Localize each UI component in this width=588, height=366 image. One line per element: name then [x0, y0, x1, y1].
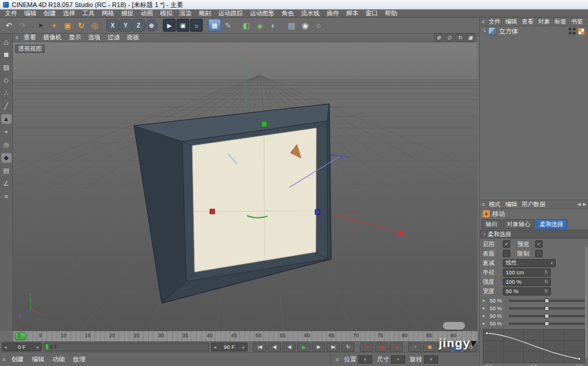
menu-item[interactable]: 脚本	[343, 9, 362, 18]
collapse-arrow-icon[interactable]: ▸	[483, 298, 487, 303]
attribute-menu-item[interactable]: 用户数据	[519, 200, 547, 209]
object-manager-menu-item[interactable]: 查看	[519, 18, 536, 26]
camera-icon[interactable]: ◉	[299, 19, 312, 32]
menu-item[interactable]: 工具	[79, 9, 98, 18]
render-picture-viewer-icon[interactable]: ▣	[176, 19, 189, 32]
object-manager-menu-item[interactable]: 书签	[569, 18, 585, 26]
menu-item[interactable]: 模拟	[156, 9, 176, 18]
environment-icon[interactable]: ▤	[285, 19, 298, 32]
coordinate-system-icon[interactable]: ⊕	[145, 19, 158, 32]
collapse-arrow-icon[interactable]: ▸	[483, 321, 487, 326]
panel-grip-icon[interactable]: ≡	[482, 19, 485, 25]
menu-item[interactable]: 窗口	[362, 9, 382, 18]
enable-axis-icon[interactable]: +	[1, 126, 12, 137]
deformer-icon[interactable]: ◐	[267, 19, 280, 32]
surface-checkbox[interactable]	[503, 250, 510, 257]
frame-decrement-icon[interactable]: ◀	[4, 345, 7, 349]
array-generator-icon[interactable]: ◈	[253, 19, 266, 32]
z-axis-lock-icon[interactable]: Z	[132, 19, 145, 32]
object-row-cube[interactable]: └ 立方体	[480, 26, 588, 36]
subdivision-surface-icon[interactable]: ◧	[240, 19, 253, 32]
autokey-button[interactable]: ◉	[375, 343, 388, 352]
collapse-arrow-icon[interactable]: ▸	[483, 313, 487, 318]
menu-item[interactable]: 网格	[98, 9, 118, 18]
y-axis-lock-icon[interactable]: Y	[119, 19, 132, 32]
mini-slider-thumb[interactable]	[544, 314, 549, 318]
move-tool-icon[interactable]: +	[48, 19, 61, 32]
texture-mode-icon[interactable]: ▨	[1, 62, 12, 72]
z-axis-handle[interactable]	[315, 210, 320, 214]
history-forward-icon[interactable]: ▶	[583, 202, 586, 207]
record-settings-button[interactable]: ●	[389, 343, 403, 352]
viewport-scene[interactable]: 透视视图	[13, 42, 477, 331]
menu-item[interactable]: 流水线	[298, 9, 323, 18]
editor-visibility-dot[interactable]	[569, 28, 572, 31]
polygons-mode-icon[interactable]: ▲	[1, 113, 12, 124]
mini-slider[interactable]	[509, 323, 585, 325]
panel-grip-icon[interactable]: ≡	[482, 202, 485, 207]
quantize-icon[interactable]: ∠	[1, 178, 12, 189]
zoom-view-icon[interactable]: ⊙	[445, 33, 454, 42]
coordinate-dropdown[interactable]: ▾	[391, 355, 405, 364]
viewport-menu-item[interactable]: 过滤	[104, 33, 123, 42]
points-mode-icon[interactable]: ∴	[1, 88, 12, 98]
curve-point-end[interactable]	[578, 358, 580, 360]
tab-soft-selection[interactable]: 柔和选择	[536, 219, 567, 229]
modeling-settings-icon[interactable]: ≡	[1, 191, 12, 202]
object-manager-body[interactable]	[480, 36, 588, 200]
spinner-icon[interactable]: ⇅	[544, 279, 548, 284]
cube-object-icon[interactable]	[488, 27, 496, 35]
viewport-menu-item[interactable]: 面板	[123, 33, 143, 42]
viewport-label[interactable]: 透视视图	[15, 45, 45, 53]
object-manager-menu-item[interactable]: 对象	[536, 18, 552, 26]
strength-field[interactable]: 100 % ⇅	[503, 278, 551, 286]
menu-item[interactable]: 编辑	[21, 9, 40, 18]
menu-item[interactable]: 动画	[137, 9, 156, 18]
material-menu-item[interactable]: 纹理	[69, 355, 89, 364]
x-axis-lock-icon[interactable]: X	[106, 19, 119, 32]
viewport-menu-item[interactable]: 查看	[20, 33, 39, 42]
menu-item[interactable]: 运动图形	[246, 9, 278, 18]
collapse-arrow-icon[interactable]: ▸	[483, 305, 487, 311]
falloff-dropdown[interactable]: 线性 ▾	[503, 259, 556, 267]
next-frame-button[interactable]: ▶	[312, 343, 325, 352]
menu-item[interactable]: 运动跟踪	[215, 9, 246, 18]
make-editable-icon[interactable]: △	[1, 36, 12, 46]
spinner-icon[interactable]: ⇅	[544, 270, 548, 275]
play-button[interactable]: ▶	[297, 343, 310, 352]
menu-item[interactable]: 捕捉	[118, 9, 137, 18]
panel-grip-icon[interactable]: ≡	[336, 357, 339, 362]
viewport-solo-icon[interactable]: ◎	[1, 139, 12, 150]
attribute-scrollbar[interactable]	[585, 247, 587, 358]
enable-checkbox[interactable]: ✓	[503, 240, 510, 248]
next-key-button[interactable]: ▶|	[326, 343, 340, 352]
mini-slider[interactable]	[509, 300, 585, 302]
enable-snap-icon[interactable]: ◆	[1, 152, 12, 163]
end-frame-field[interactable]: ◀ 90 F ▶	[211, 343, 248, 351]
menu-item[interactable]: 插件	[323, 9, 343, 18]
viewport-menu-item[interactable]: 显示	[65, 33, 85, 42]
menu-item[interactable]: 角色	[278, 9, 298, 18]
attribute-menu-item[interactable]: 模式	[486, 200, 503, 209]
menu-item[interactable]: 帮助	[382, 9, 401, 18]
width-field[interactable]: 50 % ⇅	[503, 287, 551, 296]
toggle-view-icon[interactable]: ▣	[466, 33, 475, 42]
timeline-slider[interactable]: 0 F	[44, 343, 209, 351]
object-manager-menu-item[interactable]: 编辑	[503, 18, 519, 26]
radius-field[interactable]: 100 cm ⇅	[503, 268, 551, 277]
material-menu-item[interactable]: 功能	[48, 355, 69, 364]
last-tool-icon[interactable]: ◎	[88, 19, 101, 32]
menu-item[interactable]: 文件	[1, 9, 21, 18]
prev-frame-button[interactable]: ◀	[282, 343, 296, 352]
menu-item[interactable]: 选择	[59, 9, 79, 18]
orbit-view-icon[interactable]: ↻	[455, 33, 465, 42]
object-name[interactable]: 立方体	[499, 27, 518, 36]
editor-visibility-dot[interactable]	[569, 32, 572, 35]
attribute-menu-item[interactable]: 编辑	[503, 200, 519, 209]
uvw-tag-icon[interactable]	[578, 28, 584, 35]
render-visibility-dot[interactable]	[573, 32, 576, 35]
menu-item[interactable]: 雕刻	[195, 9, 215, 18]
material-menu-item[interactable]: 创建	[7, 355, 28, 364]
menu-item[interactable]: 创建	[40, 9, 59, 18]
render-visibility-dot[interactable]	[573, 28, 576, 31]
